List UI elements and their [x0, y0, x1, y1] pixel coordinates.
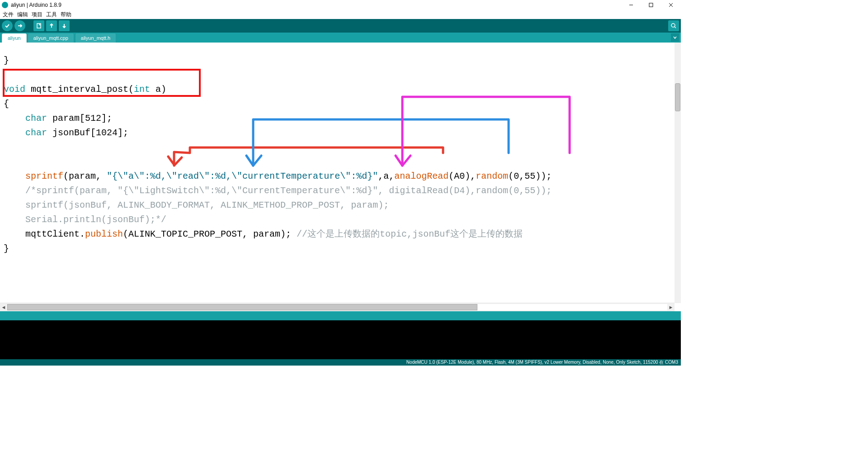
window-close-button[interactable]: [661, 0, 681, 10]
comment-line: /*sprintf(param, "{\"LightSwitch\":%d,\"…: [4, 185, 552, 196]
window-minimize-button[interactable]: [621, 0, 641, 10]
svg-rect-5: [37, 24, 41, 28]
call-random: random: [476, 171, 508, 181]
call-analogread: analogRead: [394, 171, 448, 181]
keyword-void: void: [4, 84, 25, 95]
editor-area: } void mqtt_interval_post(int a) { char …: [0, 43, 681, 311]
tab-aliyun[interactable]: aliyun: [2, 33, 27, 43]
code-text: (A0),: [448, 171, 476, 181]
upload-button[interactable]: [14, 20, 25, 31]
tab-aliyun-mqtt-h[interactable]: aliyun_mqtt.h: [75, 33, 116, 43]
code-text: param[512];: [47, 113, 112, 124]
menu-file[interactable]: 文件: [2, 11, 14, 19]
window-title: aliyun | Arduino 1.8.9: [11, 2, 61, 8]
code-line: {: [4, 99, 9, 109]
menu-bar: 文件 编辑 项目 工具 帮助: [0, 10, 681, 19]
output-console[interactable]: [0, 320, 681, 359]
call-publish: publish: [85, 229, 123, 239]
editor-status-strip: [0, 311, 681, 320]
code-line: }: [4, 55, 9, 66]
serial-monitor-button[interactable]: [668, 20, 679, 31]
comment-line: sprintf(jsonBuf, ALINK_BODY_FORMAT, ALIN…: [4, 200, 389, 210]
menu-edit[interactable]: 编辑: [16, 11, 29, 19]
hscroll-right-arrow[interactable]: ►: [667, 303, 675, 311]
tab-menu-button[interactable]: [671, 33, 679, 42]
board-status-text: NodeMCU 1.0 (ESP-12E Module), 80 MHz, Fl…: [406, 359, 678, 366]
code-editor[interactable]: } void mqtt_interval_post(int a) { char …: [0, 43, 675, 303]
window-maximize-button[interactable]: [641, 0, 661, 10]
vertical-scrollbar[interactable]: [675, 43, 681, 303]
toolbar-left-group: [2, 20, 25, 31]
tab-aliyun-mqtt-cpp[interactable]: aliyun_mqtt.cpp: [28, 33, 74, 43]
call-sprintf: sprintf: [25, 171, 63, 181]
open-sketch-button[interactable]: [46, 20, 57, 31]
status-bar: NodeMCU 1.0 (ESP-12E Module), 80 MHz, Fl…: [0, 359, 681, 366]
code-text: (param,: [63, 171, 107, 181]
tab-label: aliyun_mqtt.h: [81, 35, 110, 41]
tab-label: aliyun_mqtt.cpp: [33, 35, 68, 41]
tab-label: aliyun: [8, 35, 21, 41]
tab-bar: aliyun aliyun_mqtt.cpp aliyun_mqtt.h: [0, 33, 681, 43]
code-text: mqtt_interval_post(: [25, 84, 134, 95]
menu-sketch[interactable]: 项目: [31, 11, 43, 19]
keyword-int: int: [134, 84, 150, 95]
code-text: jsonBuf[1024];: [47, 128, 128, 138]
comment-line: Serial.println(jsonBuf);*/: [4, 214, 166, 225]
code-text: (ALINK_TOPIC_PROP_POST, param);: [123, 229, 297, 239]
menu-help[interactable]: 帮助: [60, 11, 72, 19]
hscroll-thumb[interactable]: [7, 304, 477, 310]
code-text: (0,55));: [508, 171, 552, 181]
string-literal: "{\"a\":%d,\"read\":%d,\"currentTemperat…: [107, 171, 378, 181]
code-text: a): [150, 84, 166, 95]
vertical-scroll-thumb[interactable]: [675, 83, 680, 111]
toolbar-file-group: [33, 20, 70, 31]
horizontal-scrollbar[interactable]: ◄ ►: [0, 303, 675, 311]
svg-point-8: [671, 24, 675, 27]
verify-button[interactable]: [2, 20, 13, 31]
arduino-app-icon: [2, 2, 8, 8]
window-titlebar: aliyun | Arduino 1.8.9: [0, 0, 681, 10]
new-sketch-button[interactable]: [33, 20, 44, 31]
hscroll-left-arrow[interactable]: ◄: [0, 303, 7, 311]
menu-tools[interactable]: 工具: [45, 11, 58, 19]
svg-rect-1: [649, 3, 653, 7]
code-line: }: [4, 243, 9, 254]
comment-inline: //这个是上传数据的topic,jsonBuf这个是上传的数据: [297, 229, 523, 239]
toolbar: [0, 19, 681, 33]
svg-line-9: [675, 27, 676, 28]
keyword-char: char: [25, 128, 47, 138]
code-text: ,a,: [378, 171, 394, 181]
save-sketch-button[interactable]: [59, 20, 70, 31]
code-text: mqttClient.: [4, 229, 85, 239]
keyword-char: char: [25, 113, 47, 124]
code-content: } void mqtt_interval_post(int a) { char …: [0, 52, 675, 258]
